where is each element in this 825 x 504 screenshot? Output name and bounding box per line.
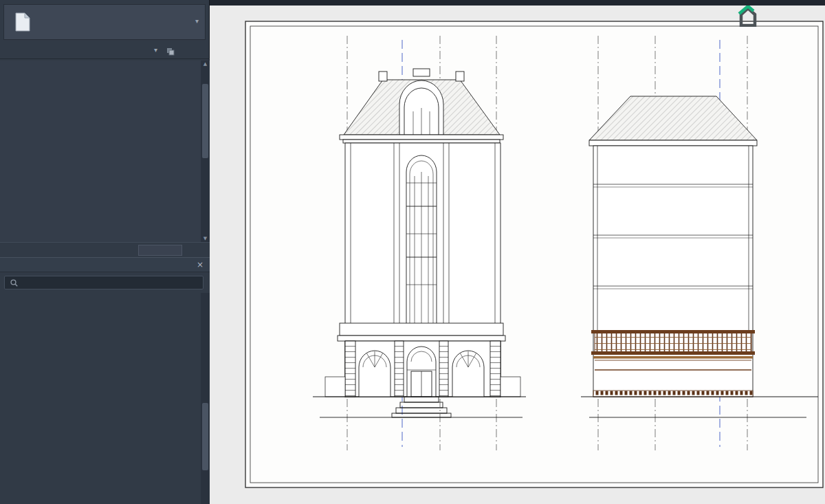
apply-button[interactable] [138, 245, 182, 256]
sheet-selector-row: ▾ [0, 43, 210, 59]
project-browser-titlebar: × [0, 257, 210, 272]
edit-type-icon [166, 45, 175, 58]
scrollbar-thumb[interactable] [202, 403, 208, 470]
scroll-down-icon[interactable]: ▼ [201, 236, 210, 241]
chevron-down-icon[interactable]: ▾ [195, 17, 199, 25]
type-selector[interactable]: ▾ [3, 4, 206, 40]
view-tabs-strip [210, 0, 825, 6]
close-icon[interactable]: × [197, 260, 204, 270]
drawing-area[interactable] [210, 0, 825, 504]
search-icon [10, 279, 18, 287]
properties-grid [0, 61, 201, 242]
sheet-icon [15, 12, 30, 34]
properties-scrollbar[interactable]: ▲ ▼ [201, 61, 210, 242]
scroll-up-icon[interactable]: ▲ [201, 61, 210, 67]
search-input[interactable] [4, 276, 204, 289]
project-browser-tree [0, 293, 201, 504]
chevron-down-icon[interactable]: ▾ [154, 46, 157, 54]
properties-panel: ▾ ▾ ▲ ▼ × [0, 0, 210, 504]
properties-footer [0, 242, 210, 257]
project-browser: × [0, 257, 210, 504]
banvenhadep-logo [741, 6, 756, 27]
tree-scrollbar[interactable] [201, 293, 210, 504]
sheet-view[interactable] [210, 0, 825, 504]
house-icon [738, 5, 758, 27]
scrollbar-thumb[interactable] [202, 84, 208, 158]
